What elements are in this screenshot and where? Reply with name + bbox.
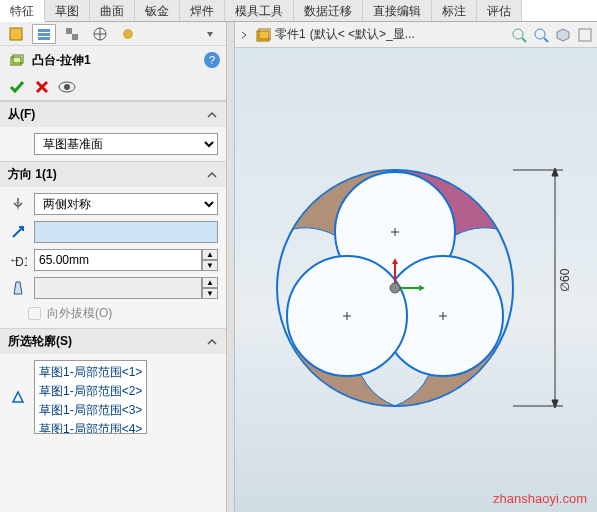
- feature-header: 凸台-拉伸1 ?: [0, 46, 226, 74]
- tab-directedit[interactable]: 直接编辑: [363, 0, 432, 21]
- draft-up-button[interactable]: ▲: [202, 277, 218, 288]
- depth-up-button[interactable]: ▲: [202, 249, 218, 260]
- svg-rect-3: [38, 37, 50, 40]
- preview-icon[interactable]: [58, 80, 76, 94]
- svg-rect-1: [38, 29, 50, 32]
- tab-mold[interactable]: 模具工具: [225, 0, 294, 21]
- tab-evaluate[interactable]: 评估: [477, 0, 522, 21]
- part-icon: [255, 27, 271, 43]
- draft-outward-checkbox[interactable]: [28, 307, 41, 320]
- svg-line-20: [522, 38, 526, 42]
- config-manager-icon[interactable]: [60, 24, 84, 44]
- watermark: zhanshaoyi.com: [493, 491, 587, 506]
- property-manager-icon[interactable]: [32, 24, 56, 44]
- svg-point-13: [64, 84, 70, 90]
- chevron-up-icon: [206, 109, 218, 121]
- draft-icon[interactable]: [8, 278, 28, 298]
- dimension-label: ∅60: [558, 268, 572, 292]
- svg-rect-4: [66, 28, 72, 34]
- chevron-up-icon: [206, 336, 218, 348]
- svg-marker-16: [13, 392, 23, 402]
- cancel-button[interactable]: [34, 79, 50, 95]
- draft-down-button[interactable]: ▼: [202, 288, 218, 299]
- tab-annotate[interactable]: 标注: [432, 0, 477, 21]
- render-manager-icon[interactable]: [116, 24, 140, 44]
- direction-reference-input[interactable]: [34, 221, 218, 243]
- section-contour-header[interactable]: 所选轮廓(S): [0, 329, 226, 354]
- confirm-row: [0, 74, 226, 101]
- section-direction-header[interactable]: 方向 1(1): [0, 162, 226, 187]
- chevron-up-icon: [206, 169, 218, 181]
- list-item[interactable]: 草图1-局部范围<1>: [37, 363, 144, 382]
- splitter[interactable]: [226, 22, 234, 512]
- tab-feature[interactable]: 特征: [0, 0, 45, 22]
- tab-sketch[interactable]: 草图: [45, 0, 90, 21]
- svg-rect-2: [38, 33, 50, 36]
- property-panel: 凸台-拉伸1 ? 从(F): [0, 22, 235, 512]
- section-from-header[interactable]: 从(F): [0, 102, 226, 127]
- draft-outward-label: 向外拔模(O): [47, 305, 112, 322]
- depth-icon: ↔D1: [8, 250, 28, 270]
- breadcrumb-arrow-icon[interactable]: [239, 30, 249, 40]
- svg-rect-23: [579, 29, 591, 41]
- list-item[interactable]: 草图1-局部范围<4>: [37, 420, 144, 434]
- dimxpert-icon[interactable]: [88, 24, 112, 44]
- breadcrumb[interactable]: 零件1 (默认< <默认>_显...: [255, 26, 505, 43]
- svg-text:D1: D1: [15, 255, 27, 268]
- tab-surface[interactable]: 曲面: [90, 0, 135, 21]
- contour-listbox[interactable]: 草图1-局部范围<1> 草图1-局部范围<2> 草图1-局部范围<3> 草图1-…: [34, 360, 147, 434]
- model-canvas[interactable]: ∅60 zhanshaoyi.com: [235, 48, 597, 512]
- tab-weldment[interactable]: 焊件: [180, 0, 225, 21]
- section-from: 从(F) 草图基准面: [0, 101, 226, 161]
- svg-point-21: [535, 29, 545, 39]
- direction-vector-icon[interactable]: [8, 222, 28, 242]
- ribbon-tabs: 特征 草图 曲面 钣金 焊件 模具工具 数据迁移 直接编辑 标注 评估: [0, 0, 597, 22]
- from-select[interactable]: 草图基准面: [34, 133, 218, 155]
- graphics-area[interactable]: 零件1 (默认< <默认>_显...: [235, 22, 597, 512]
- svg-line-22: [544, 38, 548, 42]
- depth-down-button[interactable]: ▼: [202, 260, 218, 271]
- section-direction: 方向 1(1) 两侧对称: [0, 161, 226, 328]
- help-icon[interactable]: ?: [204, 52, 220, 68]
- draft-angle-input[interactable]: [34, 277, 202, 299]
- tab-sheetmetal[interactable]: 钣金: [135, 0, 180, 21]
- extrude-icon: [6, 50, 26, 70]
- ok-button[interactable]: [8, 78, 26, 96]
- part-name: 零件1: [275, 26, 306, 43]
- list-item[interactable]: 草图1-局部范围<3>: [37, 401, 144, 420]
- feature-manager-icon[interactable]: [4, 24, 28, 44]
- contour-icon: [8, 387, 28, 407]
- tab-datamigration[interactable]: 数据迁移: [294, 0, 363, 21]
- svg-point-36: [390, 283, 400, 293]
- manager-tabs: [0, 22, 226, 46]
- display-style-icon[interactable]: [577, 27, 593, 43]
- svg-rect-5: [72, 34, 78, 40]
- reverse-direction-icon[interactable]: [8, 194, 28, 214]
- expand-icon[interactable]: [198, 24, 222, 44]
- svg-rect-0: [10, 28, 22, 40]
- part-state: (默认< <默认>_显...: [310, 26, 415, 43]
- svg-point-9: [123, 29, 133, 39]
- list-item[interactable]: 草图1-局部范围<2>: [37, 382, 144, 401]
- feature-title: 凸台-拉伸1: [32, 52, 198, 69]
- zoom-fit-icon[interactable]: [511, 27, 527, 43]
- end-condition-select[interactable]: 两侧对称: [34, 193, 218, 215]
- svg-point-19: [513, 29, 523, 39]
- section-contour: 所选轮廓(S) 草图1-局部范围<1> 草图1-局部范围<2> 草图1-局部范围…: [0, 328, 226, 440]
- graphics-toolbar: 零件1 (默认< <默认>_显...: [235, 22, 597, 48]
- zoom-area-icon[interactable]: [533, 27, 549, 43]
- depth-input[interactable]: [34, 249, 202, 271]
- view-orientation-icon[interactable]: [555, 27, 571, 43]
